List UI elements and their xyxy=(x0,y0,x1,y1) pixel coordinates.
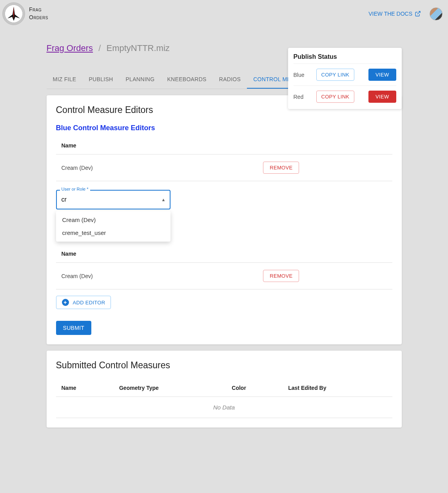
view-blue-button[interactable]: VIEW xyxy=(368,69,396,81)
copy-link-red-button[interactable]: COPY LINK xyxy=(316,91,355,103)
brand: Frag Orders xyxy=(2,2,48,25)
red-name-header: Name xyxy=(56,245,258,263)
view-docs-link[interactable]: VIEW THE DOCS xyxy=(368,11,421,17)
col-geometry-type: Geometry Type xyxy=(114,379,226,397)
breadcrumb-root-link[interactable]: Frag Orders xyxy=(47,43,93,53)
publish-status-label-blue: Blue xyxy=(294,72,311,78)
submitted-table: Name Geometry Type Color Last Edited By xyxy=(56,379,392,397)
col-color: Color xyxy=(226,379,283,397)
red-editor-name: Cream (Dev) xyxy=(56,263,258,289)
add-editor-label: ADD EDITOR xyxy=(73,300,105,306)
red-editors-table: Name Cream (Dev) REMOVE xyxy=(56,245,392,289)
col-last-edited-by: Last Edited By xyxy=(283,379,392,397)
submitted-title: Submitted Control Measures xyxy=(56,360,392,371)
tab-publish[interactable]: PUBLISH xyxy=(82,71,119,89)
view-red-button[interactable]: VIEW xyxy=(368,91,396,103)
no-data-message: No Data xyxy=(56,397,392,418)
view-docs-label: VIEW THE DOCS xyxy=(368,11,412,17)
publish-status-row-red: Red COPY LINK VIEW xyxy=(294,86,396,107)
blue-editors-title: Blue Control Measure Editors xyxy=(56,124,392,132)
table-row: Cream (Dev) REMOVE xyxy=(56,155,392,181)
plus-circle-icon: + xyxy=(62,299,69,306)
breadcrumb-separator: / xyxy=(98,43,101,53)
user-role-combobox[interactable]: User or Role * ▲ Cream (Dev) creme_test_… xyxy=(56,190,170,209)
copy-link-blue-button[interactable]: COPY LINK xyxy=(316,69,355,81)
col-name: Name xyxy=(56,379,114,397)
brand-line2: Orders xyxy=(29,14,48,22)
table-row: Cream (Dev) REMOVE xyxy=(56,263,392,289)
dropdown-option-creme-test-user[interactable]: creme_test_user xyxy=(56,226,170,239)
tab-miz-file[interactable]: MIZ FILE xyxy=(47,71,83,89)
avatar[interactable] xyxy=(430,7,443,20)
publish-status-card: Publish Status Blue COPY LINK VIEW Red C… xyxy=(288,48,402,109)
publish-status-row-blue: Blue COPY LINK VIEW xyxy=(294,64,396,86)
tab-radios[interactable]: RADIOS xyxy=(213,71,247,89)
publish-status-title: Publish Status xyxy=(294,53,396,60)
blue-editor-name: Cream (Dev) xyxy=(56,155,258,181)
tab-kneeboards[interactable]: KNEEBOARDS xyxy=(161,71,212,89)
blue-name-header: Name xyxy=(56,137,258,155)
breadcrumb-current: EmptyNTTR.miz xyxy=(106,43,169,53)
submit-button[interactable]: SUBMIT xyxy=(56,321,92,335)
remove-red-editor-button[interactable]: REMOVE xyxy=(263,270,299,282)
add-red-editor-button[interactable]: + ADD EDITOR xyxy=(56,296,111,309)
publish-status-label-red: Red xyxy=(294,94,311,100)
remove-blue-editor-button[interactable]: REMOVE xyxy=(263,162,299,174)
tab-planning[interactable]: PLANNING xyxy=(119,71,161,89)
dropdown-option-cream-dev[interactable]: Cream (Dev) xyxy=(56,213,170,226)
submitted-card: Submitted Control Measures Name Geometry… xyxy=(47,351,402,428)
user-role-dropdown: Cream (Dev) creme_test_user xyxy=(56,211,170,242)
brand-text: Frag Orders xyxy=(29,6,48,21)
user-role-label: User or Role * xyxy=(60,187,90,191)
svg-line-0 xyxy=(417,11,420,14)
user-role-input[interactable] xyxy=(56,190,170,209)
logo-icon xyxy=(2,2,25,25)
open-in-new-icon xyxy=(415,11,421,17)
editors-card: Control Measure Editors Blue Control Mea… xyxy=(47,95,402,344)
blue-editors-table: Name Cream (Dev) REMOVE xyxy=(56,137,392,181)
brand-line1: Frag xyxy=(29,6,48,14)
